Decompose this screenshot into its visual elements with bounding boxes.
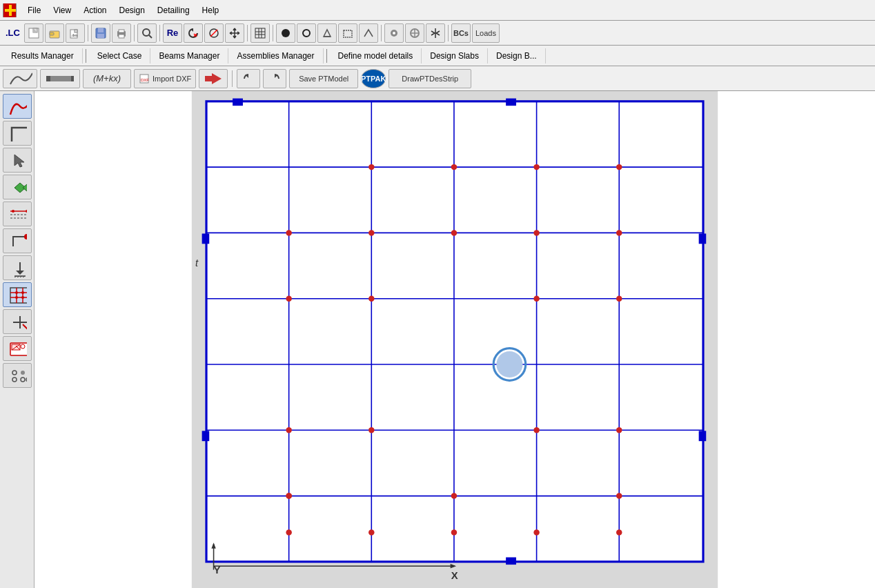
main-layout: Y X t [0, 91, 875, 588]
hollow-node-button[interactable] [297, 23, 316, 43]
svg-point-80 [21, 378, 25, 382]
pointer-tool-btn[interactable] [3, 148, 32, 173]
move-button[interactable] [225, 23, 244, 43]
rect-select-button[interactable] [338, 23, 357, 43]
circ-obj-button[interactable] [384, 23, 404, 43]
svg-point-130 [496, 351, 522, 378]
svg-rect-37 [46, 76, 50, 81]
save-pt-model-btn[interactable]: Save PTModel [289, 69, 358, 88]
svg-point-124 [286, 295, 291, 301]
dtb-sep1 [232, 70, 233, 87]
tab-results-manager[interactable]: Results Manager [3, 48, 83, 63]
dots-tool-btn[interactable] [3, 363, 32, 388]
import-dxf-btn[interactable]: DXF Import DXF [134, 69, 196, 88]
menu-detailing[interactable]: Detailing [152, 4, 195, 17]
add-tool-btn[interactable] [3, 309, 32, 334]
print-button[interactable] [112, 23, 131, 43]
svg-point-67 [15, 296, 18, 299]
tab-assemblies-manager[interactable]: Assemblies Manager [228, 48, 323, 63]
mirror-button[interactable] [426, 23, 445, 43]
loads-button[interactable]: Loads [472, 23, 500, 43]
drawing-toolbar: (M+kx) DXF Import DXF Save PTModel PTPAK… [0, 66, 875, 91]
svg-point-52 [24, 234, 27, 239]
undo-refresh-button[interactable] [184, 23, 203, 43]
corner-tool-btn[interactable] [3, 228, 32, 253]
sep2 [134, 25, 135, 41]
menu-design[interactable]: Design [114, 4, 150, 17]
grid-button[interactable] [250, 23, 270, 43]
new-button[interactable] [24, 23, 43, 43]
tab-design-slabs[interactable]: Design Slabs [422, 48, 488, 63]
svg-point-111 [616, 427, 622, 433]
find-button[interactable] [137, 23, 157, 43]
menu-view[interactable]: View [48, 4, 77, 17]
lc-label: .LC [3, 28, 23, 38]
svg-point-29 [303, 30, 310, 37]
left-sidebar [0, 91, 35, 588]
svg-marker-46 [23, 184, 27, 191]
svg-point-107 [616, 230, 622, 235]
svg-point-123 [533, 230, 539, 235]
tab-define-model[interactable]: Define model details [330, 48, 422, 63]
open-button[interactable] [45, 23, 64, 43]
plus-obj-button[interactable] [405, 23, 424, 43]
svg-rect-97 [506, 99, 516, 106]
sep4 [247, 25, 248, 41]
tab-select-case[interactable]: Select Case [89, 48, 151, 63]
svg-point-108 [368, 295, 374, 301]
svg-rect-2 [9, 5, 12, 16]
segment-btn[interactable] [40, 69, 80, 88]
angle-tool-btn[interactable] [3, 121, 32, 146]
svg-marker-42 [212, 73, 222, 84]
bcs-button[interactable]: BCs [451, 23, 471, 43]
select-shape-button[interactable] [317, 23, 337, 43]
zoom-fit-button[interactable] [204, 23, 224, 43]
svg-point-116 [368, 529, 374, 535]
svg-point-117 [451, 529, 457, 535]
save-button[interactable] [91, 23, 110, 43]
svg-point-81 [26, 378, 27, 382]
re-button[interactable]: Re [163, 23, 182, 43]
svg-point-68 [21, 296, 24, 299]
tab-design-b[interactable]: Design B... [488, 48, 546, 63]
formula-btn[interactable]: (M+kx) [83, 69, 131, 88]
svg-point-77 [12, 371, 17, 375]
canvas-area[interactable]: Y X t [35, 91, 875, 588]
svg-rect-100 [202, 431, 210, 441]
draw-pt-des-strip-btn[interactable]: DrawPTDesStrip [389, 69, 471, 88]
svg-point-66 [21, 291, 24, 294]
svg-point-109 [616, 295, 622, 301]
grid-lines-tool-btn[interactable] [3, 202, 32, 226]
support-tool-btn[interactable] [3, 255, 32, 280]
x-axis-label: X [451, 570, 458, 581]
svg-rect-98 [506, 558, 516, 565]
svg-point-120 [451, 164, 457, 170]
curve-shape-btn[interactable] [3, 69, 37, 88]
svg-point-114 [616, 493, 622, 498]
diamond-tool-btn[interactable] [3, 175, 32, 199]
curve-tool-btn[interactable] [3, 94, 32, 119]
direction-arrow-btn[interactable] [199, 69, 228, 88]
svg-point-104 [616, 164, 622, 170]
image-tool-btn[interactable] [3, 336, 32, 361]
line-select-button[interactable] [359, 23, 378, 43]
main-toolbar: .LC .des Re [0, 21, 875, 46]
menu-action[interactable]: Action [78, 4, 112, 17]
svg-rect-6 [50, 32, 54, 35]
ptpak-btn[interactable]: PTPAK [361, 69, 386, 88]
svg-point-79 [12, 378, 17, 382]
undo-btn[interactable] [237, 69, 260, 88]
open-des-button[interactable]: .des [66, 23, 85, 43]
menu-bar: File View Action Design Detailing Help [0, 0, 875, 21]
hatch-grid-tool-btn[interactable] [3, 282, 32, 307]
ribbon-tabs: Results Manager Select Case Beams Manage… [0, 46, 875, 66]
tab-beams-manager[interactable]: Beams Manager [150, 48, 228, 63]
solid-node-button[interactable] [276, 23, 295, 43]
redo-btn[interactable] [263, 69, 286, 88]
svg-rect-30 [344, 30, 352, 37]
svg-point-105 [286, 230, 291, 235]
svg-rect-38 [71, 76, 74, 81]
menu-help[interactable]: Help [197, 4, 225, 17]
menu-file[interactable]: File [22, 4, 46, 17]
sep1 [88, 25, 88, 41]
